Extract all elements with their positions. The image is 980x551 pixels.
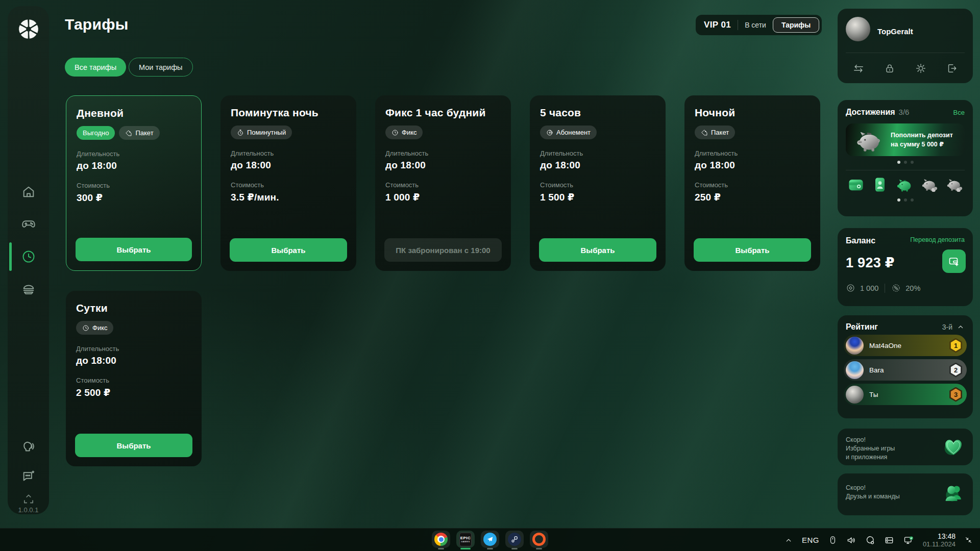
chrome-app-button[interactable] bbox=[432, 531, 450, 548]
tariff-card-dnevnoy[interactable]: Дневной Выгодно Пакет Длительность до 18… bbox=[66, 95, 202, 271]
wallet-achievement-icon[interactable] bbox=[847, 176, 865, 194]
select-tariff-button[interactable]: Выбрать bbox=[230, 238, 347, 262]
sidebar-item-home[interactable] bbox=[21, 184, 36, 199]
language-indicator[interactable]: ENG bbox=[802, 536, 819, 544]
clock-icon bbox=[82, 324, 89, 332]
tray-expand-chevron-icon[interactable] bbox=[784, 536, 793, 545]
price-value: 2 500 ₽ bbox=[76, 387, 191, 398]
divider bbox=[846, 53, 965, 53]
app-indicator bbox=[487, 548, 493, 549]
filter-all-tariffs[interactable]: Все тарифы bbox=[65, 58, 126, 77]
sidebar-item-food[interactable] bbox=[21, 282, 36, 297]
coming-soon-friends-card[interactable]: Скоро! Друзья и команды bbox=[838, 473, 973, 515]
update-arrows-icon bbox=[22, 493, 35, 506]
badge-fix: Фикс bbox=[385, 126, 423, 139]
price-label: Стоимость bbox=[76, 377, 191, 384]
select-tariff-button[interactable]: Выбрать bbox=[76, 238, 192, 261]
logout-icon bbox=[946, 63, 958, 74]
volume-icon[interactable] bbox=[846, 535, 856, 545]
rank-badge: 1 bbox=[949, 338, 963, 353]
clock[interactable]: 13:48 01.11.2024 bbox=[923, 533, 955, 548]
logout-button[interactable] bbox=[943, 60, 961, 77]
transfer-session-button[interactable] bbox=[850, 60, 867, 77]
rating-title: Рейтинг bbox=[846, 322, 878, 332]
epic-games-app-button[interactable]: EPICGAMES bbox=[456, 531, 475, 548]
sidebar-item-support[interactable] bbox=[21, 439, 36, 455]
tariff-card-sutki[interactable]: Сутки Фикс Длительность до 18:00 Стоимос… bbox=[66, 291, 202, 466]
achievements-pagination-dots[interactable] bbox=[846, 198, 965, 202]
piggy-achievement-green-icon[interactable] bbox=[895, 176, 914, 194]
home-icon bbox=[21, 185, 36, 199]
mouse-icon[interactable] bbox=[828, 535, 838, 545]
network-monitor-icon[interactable] bbox=[903, 535, 914, 545]
sidebar-item-games[interactable] bbox=[21, 216, 36, 232]
rating-row[interactable]: Bara 2 bbox=[844, 359, 967, 381]
lock-screen-button[interactable] bbox=[881, 60, 898, 77]
rating-card: Рейтинг 3-й Mat4aOne 1 Bara 2 Ты 3 bbox=[838, 315, 973, 418]
tariff-title: 5 часов bbox=[540, 107, 655, 119]
tariff-card-5-hours[interactable]: 5 часов Абонемент Длительность до 18:00 … bbox=[530, 95, 666, 271]
price-value: 250 ₽ bbox=[695, 191, 810, 203]
origin-icon bbox=[532, 533, 546, 546]
filter-my-tariffs[interactable]: Мои тарифы bbox=[129, 58, 193, 77]
select-tariff-button[interactable]: Выбрать bbox=[75, 434, 192, 457]
headset-chat-icon[interactable] bbox=[865, 535, 875, 545]
achievements-title: Достижения bbox=[846, 108, 895, 117]
steam-app-button[interactable] bbox=[505, 531, 524, 548]
banner-pagination-dots[interactable] bbox=[846, 161, 965, 164]
price-label: Стоимость bbox=[385, 181, 501, 189]
station-name: VIP 01 bbox=[704, 20, 731, 30]
telegram-app-button[interactable] bbox=[481, 531, 499, 548]
support-voice-icon bbox=[21, 440, 36, 454]
tray-time: 13:48 bbox=[923, 533, 955, 540]
duration-value: до 18:00 bbox=[76, 355, 191, 366]
gamepad-icon bbox=[21, 217, 36, 231]
tag-icon bbox=[701, 129, 708, 136]
badge-paket: Пакет bbox=[695, 126, 735, 139]
sidebar-item-tariffs[interactable] bbox=[21, 249, 36, 264]
tariff-card-nochnoy[interactable]: Ночной Пакет Длительность до 18:00 Стоим… bbox=[684, 95, 820, 271]
top-up-balance-button[interactable] bbox=[942, 249, 966, 273]
heart-3d-icon bbox=[941, 435, 966, 459]
chevron-up-icon[interactable] bbox=[957, 323, 965, 331]
achievement-icons-row bbox=[846, 176, 965, 194]
tariff-card-fix-1-hour[interactable]: Фикс 1 час будний Фикс Длительность до 1… bbox=[375, 95, 511, 271]
bonus-coin-icon bbox=[846, 283, 855, 293]
coming-soon-favorites-card[interactable]: Скоро! Избранные игры и приложения bbox=[838, 429, 973, 465]
sidebar-item-update[interactable] bbox=[21, 492, 36, 507]
tariff-title: Дневной bbox=[77, 107, 191, 119]
balance-extras: 1 000 20% bbox=[846, 283, 920, 293]
piggy-achievement-gray-icon[interactable] bbox=[919, 176, 939, 194]
achievements-all-link[interactable]: Все bbox=[953, 109, 965, 116]
balance-amount: 1 923 ₽ bbox=[846, 255, 895, 271]
tariffs-mode-button[interactable]: Тарифы bbox=[773, 17, 819, 33]
rating-row[interactable]: Ты 3 bbox=[844, 384, 967, 405]
settings-button[interactable] bbox=[912, 60, 929, 77]
card-achievement-icon[interactable] bbox=[871, 176, 889, 194]
select-tariff-button[interactable]: Выбрать bbox=[539, 238, 656, 262]
burger-icon bbox=[21, 282, 36, 296]
avatar bbox=[846, 337, 864, 355]
price-value: 300 ₽ bbox=[77, 192, 191, 204]
duration-label: Длительность bbox=[231, 149, 346, 157]
origin-app-button[interactable] bbox=[530, 531, 548, 548]
tariff-title: Сутки bbox=[76, 302, 191, 314]
divider bbox=[738, 20, 738, 30]
server-icon[interactable] bbox=[884, 535, 894, 545]
gear-icon bbox=[915, 63, 926, 74]
sidebar-item-feedback[interactable] bbox=[21, 468, 36, 483]
select-tariff-button[interactable]: Выбрать bbox=[694, 238, 811, 262]
tariff-card-pominutka-noch[interactable]: Поминутка ночь Поминутный Длительность д… bbox=[220, 95, 356, 271]
rating-row[interactable]: Mat4aOne 1 bbox=[844, 335, 967, 356]
piggy-bank-icon bbox=[853, 126, 885, 155]
piggy-achievement-gray-icon[interactable] bbox=[944, 176, 964, 194]
tag-icon bbox=[125, 130, 132, 137]
achievement-banner[interactable]: Пополнить депозит на сумму 5 000 ₽ bbox=[846, 123, 965, 156]
app-indicator bbox=[511, 548, 518, 549]
deposit-transfer-link[interactable]: Перевод депозита bbox=[910, 236, 965, 245]
app-logo-aperture-icon[interactable] bbox=[17, 17, 40, 41]
collapse-arrows-icon[interactable] bbox=[964, 536, 973, 544]
user-avatar[interactable] bbox=[846, 17, 870, 41]
price-value: 3.5 ₽/мин. bbox=[231, 191, 346, 203]
achievements-card: Достижения 3/6 Все Пополнить депозит на … bbox=[838, 100, 973, 216]
